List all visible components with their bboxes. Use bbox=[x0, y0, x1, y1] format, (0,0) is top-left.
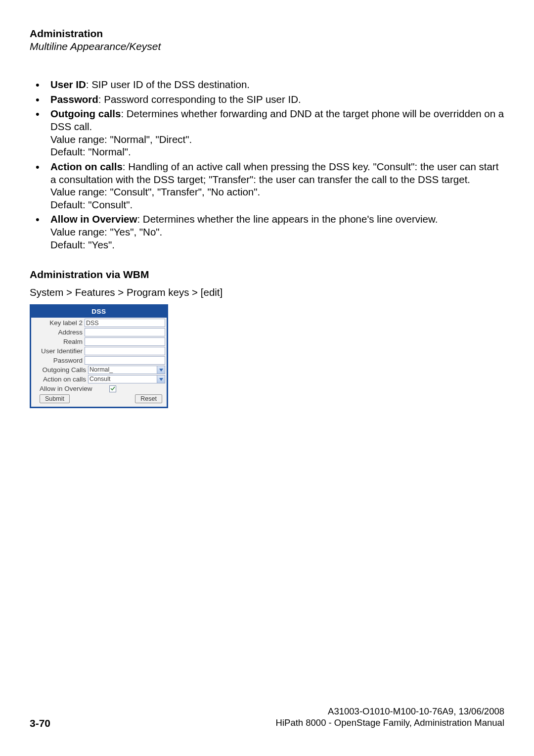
field-label: Password bbox=[33, 357, 85, 364]
chevron-down-icon bbox=[157, 376, 165, 383]
password-input[interactable] bbox=[85, 356, 165, 365]
list-item: Allow in Overview: Determines whether th… bbox=[30, 213, 504, 251]
def-title: Outgoing calls bbox=[50, 108, 121, 119]
field-label: Action on calls bbox=[33, 376, 88, 383]
reset-button[interactable]: Reset bbox=[135, 394, 162, 403]
field-row-address: Address bbox=[33, 328, 165, 337]
field-label: User Identifier bbox=[33, 347, 85, 355]
def-title: Action on calls bbox=[50, 161, 123, 172]
action-on-calls-value: Consult bbox=[89, 376, 157, 383]
dss-buttons-row: Submit Reset bbox=[33, 393, 165, 405]
submit-button[interactable]: Submit bbox=[40, 394, 70, 403]
def-title: Password bbox=[50, 94, 98, 105]
outgoing-calls-value: Normal_ bbox=[89, 366, 157, 374]
action-on-calls-select[interactable]: Consult bbox=[88, 375, 165, 383]
field-row-allow-in-overview: Allow in Overview bbox=[33, 384, 165, 393]
def-body: : Password corresponding to the SIP user… bbox=[98, 94, 301, 105]
dss-panel: DSS Key label 2 Address Realm User Ident… bbox=[30, 304, 168, 408]
def-title: Allow in Overview bbox=[50, 213, 137, 225]
outgoing-calls-select[interactable]: Normal_ bbox=[88, 366, 165, 374]
key-label-input[interactable] bbox=[85, 319, 165, 327]
address-input[interactable] bbox=[85, 328, 165, 336]
def-title: User ID bbox=[50, 79, 86, 90]
list-item: Action on calls: Handling of an active c… bbox=[30, 160, 504, 211]
field-row-user-id: User Identifier bbox=[33, 346, 165, 356]
definition-list: User ID: SIP user ID of the DSS destinat… bbox=[30, 78, 504, 251]
page-title: Administration bbox=[30, 27, 504, 40]
field-label: Key label 2 bbox=[33, 319, 85, 327]
allow-in-overview-checkbox[interactable] bbox=[109, 385, 116, 392]
footer-doc-title: HiPath 8000 - OpenStage Family, Administ… bbox=[30, 717, 504, 728]
check-icon bbox=[110, 386, 115, 391]
breadcrumb: System > Features > Program keys > [edit… bbox=[30, 286, 504, 298]
dss-panel-title: DSS bbox=[31, 306, 167, 318]
field-row-key-label: Key label 2 bbox=[33, 318, 165, 328]
field-label: Address bbox=[33, 329, 85, 336]
list-item: User ID: SIP user ID of the DSS destinat… bbox=[30, 78, 504, 91]
field-label: Allow in Overview bbox=[40, 385, 109, 392]
field-row-outgoing: Outgoing Calls Normal_ bbox=[33, 365, 165, 375]
field-row-password: Password bbox=[33, 356, 165, 365]
field-row-realm: Realm bbox=[33, 337, 165, 346]
section-heading: Administration via WBM bbox=[30, 269, 504, 281]
def-body: : SIP user ID of the DSS destination. bbox=[86, 79, 250, 90]
page-subtitle: Multiline Appearance/Keyset bbox=[30, 41, 504, 52]
field-row-action: Action on calls Consult bbox=[33, 375, 165, 384]
realm-input[interactable] bbox=[85, 337, 165, 346]
user-identifier-input[interactable] bbox=[85, 347, 165, 355]
field-label: Outgoing Calls bbox=[33, 366, 88, 374]
field-label: Realm bbox=[33, 338, 85, 345]
list-item: Outgoing calls: Determines whether forwa… bbox=[30, 107, 504, 158]
footer-doc-id: A31003-O1010-M100-10-76A9, 13/06/2008 bbox=[30, 706, 504, 717]
page-number: 3-70 bbox=[30, 717, 50, 729]
chevron-down-icon bbox=[157, 366, 165, 374]
list-item: Password: Password corresponding to the … bbox=[30, 93, 504, 106]
